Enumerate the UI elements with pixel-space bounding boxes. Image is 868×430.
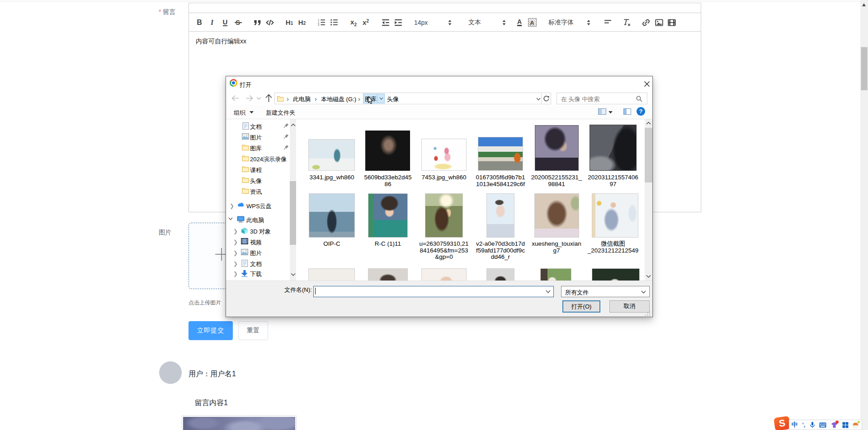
svg-text:3: 3 [318,23,319,26]
